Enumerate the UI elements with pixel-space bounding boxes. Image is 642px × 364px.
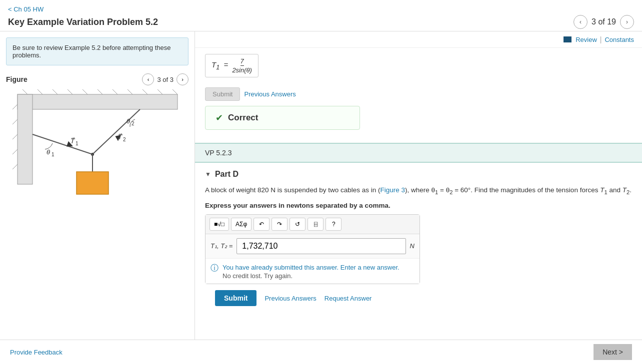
math-btn-symbols[interactable]: AΣφ: [231, 218, 252, 231]
math-btn-help[interactable]: ?: [326, 218, 342, 231]
prev-nav-button[interactable]: ‹: [574, 15, 588, 29]
svg-line-15: [12, 134, 18, 139]
review-icon: [564, 36, 572, 42]
svg-line-17: [12, 164, 18, 169]
svg-text:1: 1: [76, 141, 78, 146]
formula-t1: T1 =: [212, 60, 230, 71]
problem-text: A block of weight 820 N is suspended by …: [205, 185, 632, 197]
footer-bar: Provide Feedback Next >: [0, 340, 642, 356]
vp-section: VP 5.2.3: [195, 143, 642, 163]
svg-line-3: [52, 89, 58, 94]
submit-disabled-button: Submit: [205, 87, 240, 101]
top-header: < Ch 05 HW Key Example Variation Problem…: [0, 0, 642, 31]
svg-line-9: [142, 89, 148, 94]
math-input-container: ■√□ AΣφ ↶ ↷ ↺ ⌸ ? T₁, T₂ = N ⓘ: [205, 214, 420, 285]
correct-box: ✔ Correct: [205, 106, 360, 130]
svg-line-11: [172, 89, 178, 94]
main-layout: Be sure to review Example 5.2 before att…: [0, 31, 642, 356]
previous-answers-link2[interactable]: Previous Answers: [264, 295, 316, 302]
svg-line-1: [22, 89, 28, 94]
vp-label: VP 5.2.3: [205, 149, 232, 157]
review-constants-bar: Review | Constants: [195, 31, 642, 48]
svg-rect-22: [76, 172, 108, 194]
svg-line-16: [12, 149, 18, 154]
figure-label: Figure: [6, 75, 28, 83]
svg-line-19: [32, 134, 92, 154]
math-btn-redo[interactable]: ↷: [272, 218, 288, 231]
svg-text:θ: θ: [46, 148, 50, 156]
svg-text:θ: θ: [126, 117, 130, 125]
answer-input[interactable]: [236, 238, 406, 254]
figure-count: 3 of 3: [157, 76, 174, 83]
warning-text: You have already submitted this answer. …: [222, 263, 400, 273]
part-d-section: ▼ Part D A block of weight 820 N is susp…: [195, 163, 642, 319]
warning-icon: ⓘ: [210, 263, 218, 274]
math-toolbar: ■√□ AΣφ ↶ ↷ ↺ ⌸ ?: [206, 215, 420, 234]
math-btn-keyboard[interactable]: ⌸: [308, 218, 324, 231]
page-count: 3 of 19: [592, 17, 616, 26]
svg-line-14: [12, 119, 18, 124]
figure-nav: ‹ 3 of 3 ›: [142, 73, 188, 85]
figure-next-btn[interactable]: ›: [176, 73, 188, 85]
back-link[interactable]: < Ch 05 HW: [8, 5, 44, 13]
fraction-numerator: 7: [240, 57, 244, 66]
express-text: Express your answers in newtons separate…: [205, 202, 632, 209]
svg-line-5: [82, 89, 88, 94]
warning-sub: No credit lost. Try again.: [222, 272, 400, 280]
review-link[interactable]: Review: [576, 36, 597, 43]
right-panel: Review | Constants T1 = 7 2sin(θ) Submit…: [195, 31, 642, 356]
svg-line-2: [38, 89, 42, 94]
figure-link[interactable]: Figure 3: [380, 186, 405, 194]
input-label: T₁, T₂ =: [210, 242, 232, 250]
collapse-arrow[interactable]: ▼: [205, 171, 211, 178]
previous-answer-section: T1 = 7 2sin(θ) Submit Previous Answers ✔…: [195, 48, 642, 136]
svg-line-20: [92, 109, 140, 154]
left-panel: Be sure to review Example 5.2 before att…: [0, 31, 195, 356]
checkmark-icon: ✔: [216, 112, 223, 123]
separator: |: [600, 35, 602, 43]
nav-controls: ‹ 3 of 19 ›: [574, 15, 634, 29]
svg-line-4: [68, 89, 72, 94]
svg-rect-12: [18, 94, 32, 184]
figure-prev-btn[interactable]: ‹: [142, 73, 154, 85]
formula-box: T1 = 7 2sin(θ): [205, 54, 258, 77]
unit-label: N: [410, 242, 414, 250]
math-input-row: T₁, T₂ = N: [206, 234, 420, 258]
bottom-buttons: Submit Previous Answers Request Answer: [205, 284, 632, 312]
info-box: Be sure to review Example 5.2 before att…: [6, 37, 188, 65]
warning-box: ⓘ You have already submitted this answer…: [206, 258, 420, 284]
figure-canvas: T⃗ 1 T⃗ 2 θ 1 θ 2: [12, 89, 182, 199]
figure-diagram: T⃗ 1 T⃗ 2 θ 1 θ 2: [12, 89, 182, 199]
svg-text:T⃗: T⃗: [70, 137, 76, 145]
previous-answers-link[interactable]: Previous Answers: [244, 90, 296, 98]
svg-text:2: 2: [123, 137, 126, 142]
math-btn-refresh[interactable]: ↺: [290, 218, 306, 231]
correct-text: Correct: [228, 113, 258, 123]
fraction-denominator: 2sin(θ): [232, 66, 252, 74]
math-btn-undo[interactable]: ↶: [254, 218, 270, 231]
submit-button[interactable]: Submit: [215, 290, 256, 306]
svg-line-6: [98, 89, 102, 94]
next-nav-button[interactable]: ›: [620, 15, 634, 29]
part-title: Part D: [215, 170, 238, 179]
constants-link[interactable]: Constants: [604, 36, 634, 43]
page-title: Key Example Variation Problem 5.2: [8, 17, 158, 27]
figure-section: Figure ‹ 3 of 3 ›: [6, 73, 188, 199]
next-button[interactable]: Next >: [594, 344, 632, 356]
part-header: ▼ Part D: [205, 170, 632, 179]
svg-text:1: 1: [52, 152, 54, 157]
svg-line-10: [158, 89, 162, 94]
svg-line-13: [12, 104, 18, 109]
svg-line-7: [112, 89, 118, 94]
svg-line-8: [128, 89, 132, 94]
feedback-link[interactable]: Provide Feedback: [10, 349, 62, 356]
svg-text:2: 2: [132, 121, 134, 126]
formula-fraction: 7 2sin(θ): [232, 57, 252, 74]
request-answer-link[interactable]: Request Answer: [324, 295, 372, 302]
math-btn-template[interactable]: ■√□: [210, 218, 229, 231]
svg-rect-0: [18, 94, 178, 109]
